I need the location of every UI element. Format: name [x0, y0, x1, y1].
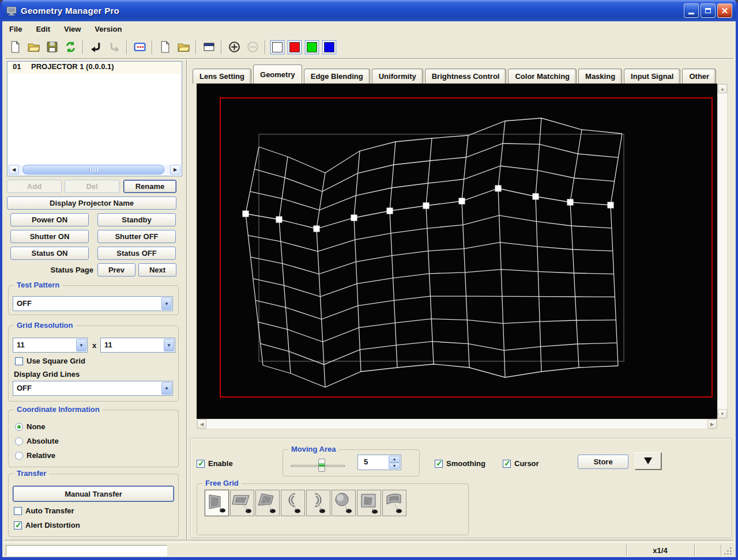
- coordinate-relative-radio-row[interactable]: Relative: [15, 451, 55, 460]
- status-on-button[interactable]: Status ON: [10, 247, 89, 260]
- smoothing-checkbox[interactable]: [435, 460, 443, 468]
- shutter-on-button[interactable]: Shutter ON: [10, 230, 89, 243]
- tab-color-matching[interactable]: Color Matching: [508, 69, 577, 84]
- save-button[interactable]: [44, 39, 60, 55]
- display-grid-lines-select[interactable]: OFF ▼: [13, 381, 173, 396]
- prev-button[interactable]: Prev: [97, 263, 135, 277]
- free-grid-mode-flat-front[interactable]: [205, 490, 229, 516]
- tab-input-signal[interactable]: Input Signal: [624, 69, 680, 84]
- free-grid-mode-flat-tilt-forward[interactable]: [230, 490, 254, 516]
- power-on-button[interactable]: Power ON: [10, 213, 89, 226]
- scroll-up-icon[interactable]: ▲: [718, 84, 727, 93]
- rename-button[interactable]: Rename: [123, 180, 176, 193]
- new-layout-button[interactable]: [157, 39, 173, 55]
- moving-area-spinner[interactable]: 5 ▲ ▼: [357, 455, 401, 470]
- grid-resolution-x-select[interactable]: 11 ▼: [13, 338, 88, 353]
- free-grid-mode-curve-left[interactable]: [306, 490, 330, 516]
- grid-handle[interactable]: [351, 215, 357, 221]
- menu-view[interactable]: View: [57, 23, 88, 35]
- scroll-right-icon[interactable]: ▶: [170, 165, 180, 175]
- undo-button[interactable]: [88, 39, 104, 55]
- canvas-hscrollbar[interactable]: ◀ ▶: [197, 419, 717, 429]
- scrollbar-thumb[interactable]: [22, 165, 164, 175]
- chevron-down-icon[interactable]: ▼: [76, 339, 86, 351]
- alert-distortion-checkbox-row[interactable]: Alert Distortion: [14, 521, 80, 529]
- status-off-button[interactable]: Status OFF: [97, 247, 176, 260]
- tab-geometry[interactable]: Geometry: [253, 65, 302, 84]
- scroll-left-icon[interactable]: ◀: [197, 419, 206, 429]
- test-pattern-select[interactable]: OFF ▼: [13, 296, 173, 311]
- scroll-left-icon[interactable]: ◀: [9, 165, 19, 175]
- add-button[interactable]: Add: [7, 180, 62, 193]
- zoom-in-button[interactable]: [226, 39, 242, 55]
- grid-handle[interactable]: [608, 202, 614, 209]
- grid-handle[interactable]: [387, 208, 393, 214]
- projector-config-button[interactable]: [131, 39, 148, 55]
- alert-distortion-checkbox[interactable]: [14, 521, 22, 529]
- zoom-out-button[interactable]: [244, 39, 261, 55]
- resize-grip[interactable]: [724, 547, 732, 555]
- store-dropdown-button[interactable]: [635, 452, 661, 470]
- use-square-grid-checkbox[interactable]: [15, 357, 23, 365]
- chevron-down-icon[interactable]: ▼: [161, 297, 172, 310]
- grid-handle[interactable]: [276, 217, 283, 223]
- coordinate-none-radio[interactable]: [15, 423, 23, 431]
- smoothing-checkbox-row[interactable]: Smoothing: [435, 459, 485, 468]
- test-color-white-button[interactable]: [270, 40, 284, 54]
- test-color-blue-button[interactable]: [322, 40, 336, 54]
- maximize-button[interactable]: [701, 3, 716, 18]
- grid-handle[interactable]: [243, 211, 249, 217]
- auto-transfer-checkbox-row[interactable]: Auto Transfer: [14, 506, 74, 515]
- new-file-button[interactable]: [7, 39, 23, 55]
- use-square-grid-checkbox-row[interactable]: Use Square Grid: [15, 357, 85, 365]
- standby-button[interactable]: Standby: [97, 213, 176, 226]
- shutter-off-button[interactable]: Shutter OFF: [97, 230, 176, 243]
- free-grid-mode-flat-tilt-back[interactable]: [255, 490, 280, 516]
- free-grid-mode-curve-panel[interactable]: [382, 490, 406, 516]
- grid-resolution-y-select[interactable]: 11 ▼: [100, 338, 175, 353]
- enable-checkbox[interactable]: [197, 460, 205, 468]
- grid-handle[interactable]: [567, 199, 574, 206]
- coordinate-absolute-radio-row[interactable]: Absolute: [15, 437, 59, 445]
- window-view-button[interactable]: [201, 39, 217, 55]
- canvas-vscrollbar[interactable]: ▲ ▼: [717, 84, 728, 419]
- chevron-down-icon[interactable]: ▼: [161, 382, 172, 395]
- grid-handle[interactable]: [423, 203, 430, 209]
- grid-handle[interactable]: [495, 186, 502, 192]
- coordinate-absolute-radio[interactable]: [15, 437, 23, 445]
- test-color-red-button[interactable]: [288, 40, 302, 54]
- cursor-checkbox[interactable]: [503, 460, 511, 468]
- grid-handle[interactable]: [314, 226, 320, 232]
- enable-checkbox-row[interactable]: Enable: [197, 459, 233, 468]
- coordinate-none-radio-row[interactable]: None: [15, 422, 46, 431]
- test-color-green-button[interactable]: [305, 40, 319, 54]
- close-button[interactable]: ✕: [717, 3, 732, 18]
- cursor-checkbox-row[interactable]: Cursor: [503, 459, 539, 468]
- redo-button[interactable]: [106, 39, 122, 55]
- free-grid-mode-curve-right[interactable]: [281, 490, 305, 516]
- next-button[interactable]: Next: [138, 263, 176, 277]
- open-layout-button[interactable]: [175, 39, 191, 55]
- tab-edge-blending[interactable]: Edge Blending: [304, 69, 370, 84]
- menu-edit[interactable]: Edit: [29, 23, 57, 35]
- menu-file[interactable]: File: [2, 23, 29, 35]
- chevron-down-icon[interactable]: ▼: [164, 339, 174, 351]
- refresh-button[interactable]: [62, 39, 78, 55]
- tab-masking[interactable]: Masking: [578, 69, 622, 84]
- grid-handle[interactable]: [459, 198, 465, 205]
- display-projector-name-button[interactable]: Display Projector Name: [7, 196, 176, 210]
- manual-transfer-button[interactable]: Manual Transfer: [13, 486, 174, 502]
- geometry-canvas[interactable]: [197, 84, 717, 419]
- projector-list-item[interactable]: 01 PROJECTOR 1 (0.0.0.1): [8, 62, 181, 74]
- projector-list[interactable]: 01 PROJECTOR 1 (0.0.0.1) ◀ ▶: [7, 61, 182, 176]
- del-button[interactable]: Del: [65, 180, 119, 193]
- projector-list-hscrollbar[interactable]: ◀ ▶: [9, 165, 180, 175]
- menu-version[interactable]: Version: [88, 23, 129, 35]
- auto-transfer-checkbox[interactable]: [14, 507, 22, 515]
- spin-down-icon[interactable]: ▼: [389, 463, 400, 470]
- store-button[interactable]: Store: [578, 455, 628, 469]
- tab-brightness-control[interactable]: Brightness Control: [425, 69, 507, 84]
- tab-uniformity[interactable]: Uniformity: [372, 69, 423, 84]
- grid-handle[interactable]: [533, 194, 539, 200]
- free-grid-mode-flat-angled[interactable]: [357, 490, 381, 516]
